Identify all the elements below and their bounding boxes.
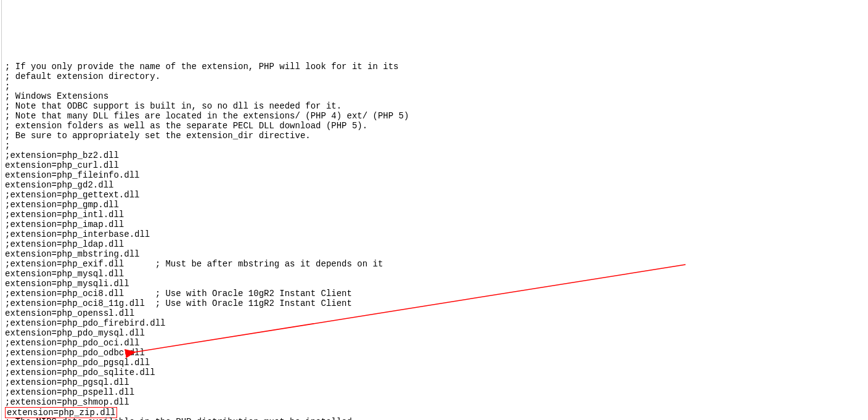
config-line: ;extension=php_pdo_firebird.dll bbox=[5, 318, 868, 328]
config-line: ;extension=php_ldap.dll bbox=[5, 239, 868, 249]
config-line: ;extension=php_oci8.dll ; Use with Oracl… bbox=[5, 289, 868, 299]
config-line: ; The MIBS data available in the PHP dis… bbox=[5, 417, 868, 420]
config-line: ;extension=php_pspell.dll bbox=[5, 387, 868, 397]
config-line: extension=php_zip.dll bbox=[5, 407, 868, 417]
config-line: ;extension=php_intl.dll bbox=[5, 210, 868, 220]
config-line: ; bbox=[5, 141, 868, 150]
config-line: extension=php_curl.dll bbox=[5, 160, 868, 170]
config-line: ; extension folders as well as the separ… bbox=[5, 121, 868, 131]
config-line: extension=php_mbstring.dll bbox=[5, 249, 868, 259]
config-line: extension=php_pdo_mysql.dll bbox=[5, 328, 868, 338]
config-line: extension=php_mysqli.dll bbox=[5, 279, 868, 289]
config-text-block: ; If you only provide the name of the ex… bbox=[5, 62, 868, 420]
config-line: ;extension=php_oci8_11g.dll ; Use with O… bbox=[5, 299, 868, 308]
config-line: ;extension=php_pdo_oci.dll bbox=[5, 338, 868, 348]
left-rule bbox=[1, 0, 2, 420]
config-line: ; Windows Extensions bbox=[5, 91, 868, 101]
config-line: extension=php_fileinfo.dll bbox=[5, 170, 868, 180]
config-line: ; If you only provide the name of the ex… bbox=[5, 62, 868, 72]
config-line: ; default extension directory. bbox=[5, 72, 868, 81]
config-line: ;extension=php_interbase.dll bbox=[5, 229, 868, 239]
config-line: ;extension=php_pdo_odbc.dll bbox=[5, 348, 868, 358]
config-line: ;extension=php_imap.dll bbox=[5, 220, 868, 229]
config-line: ;extension=php_exif.dll ; Must be after … bbox=[5, 259, 868, 269]
config-line: ; Note that many DLL files are located i… bbox=[5, 111, 868, 121]
config-line: ;extension=php_bz2.dll bbox=[5, 150, 868, 160]
config-line: ;extension=php_gmp.dll bbox=[5, 200, 868, 210]
config-line: ;extension=php_gettext.dll bbox=[5, 190, 868, 200]
config-line: extension=php_openssl.dll bbox=[5, 308, 868, 318]
config-line: ;extension=php_shmop.dll bbox=[5, 397, 868, 407]
config-line: ; Note that ODBC support is built in, so… bbox=[5, 101, 868, 111]
config-line: ;extension=php_pdo_sqlite.dll bbox=[5, 368, 868, 377]
config-line: ;extension=php_pgsql.dll bbox=[5, 377, 868, 387]
config-line: extension=php_mysql.dll bbox=[5, 269, 868, 279]
config-line: ; bbox=[5, 81, 868, 91]
config-line: ;extension=php_pdo_pgsql.dll bbox=[5, 358, 868, 368]
config-line: ; Be sure to appropriately set the exten… bbox=[5, 131, 868, 141]
config-line: extension=php_gd2.dll bbox=[5, 180, 868, 190]
